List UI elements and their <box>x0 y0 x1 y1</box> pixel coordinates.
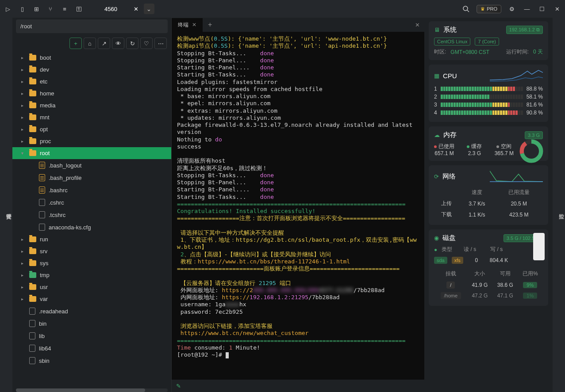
disk-icon: ◉ <box>434 235 439 241</box>
folder-icon <box>29 236 36 242</box>
file-icon <box>29 345 35 352</box>
file-panel: /root + ⌂ ↗ 👁 ↻ ♡ ⋯ ▸boot▸dev▸etc▸home▸m… <box>12 18 172 392</box>
folder-proc[interactable]: ▸proc <box>12 135 171 147</box>
folder-etc[interactable]: ▸etc <box>12 76 171 88</box>
file-.bashrc[interactable]: .bashrc <box>12 184 171 196</box>
terminal-tabs: 终端 ✕ + ✕ <box>172 18 424 32</box>
refresh-button[interactable]: ↻ <box>126 38 138 49</box>
folder-sys[interactable]: ▸sys <box>12 257 171 269</box>
file-.cshrc[interactable]: .cshrc <box>12 196 171 209</box>
net-sparkline <box>490 170 543 183</box>
folder-srv[interactable]: ▸srv <box>12 245 171 257</box>
server-tab[interactable]: 4560 ✕ <box>97 2 144 16</box>
crown-icon: ♛ <box>480 6 485 12</box>
file-.bash_profile[interactable]: .bash_profile <box>12 171 171 184</box>
cloud-icon: ☁ <box>434 132 440 138</box>
search-icon[interactable] <box>461 4 470 13</box>
folder-home[interactable]: ▸home <box>12 88 171 99</box>
terminal-panel: 终端 ✕ + ✕ 检测www节点(0.5S): {'name': '主节点', … <box>172 18 424 392</box>
folder-root[interactable]: ▾root <box>12 147 171 159</box>
folder-var[interactable]: ▸var <box>12 293 171 305</box>
file-toolbar: + ⌂ ↗ 👁 ↻ ♡ ⋯ <box>12 35 171 52</box>
wifi-icon: ⟳ <box>434 173 439 180</box>
settings-icon[interactable]: ⚙ <box>507 4 516 13</box>
folder-icon <box>29 138 36 144</box>
close-window-icon[interactable]: ✕ <box>553 4 561 13</box>
folder-icon <box>29 91 36 96</box>
close-all-icon[interactable]: ✕ <box>415 22 420 28</box>
memory-donut <box>519 139 544 164</box>
network-card: ⟳ 网络 速度已用流量 上传3.7 K/s20.5 M 下载1.1 K/s423… <box>429 165 548 225</box>
folder-icon <box>29 114 36 120</box>
terminal-footer: ✎ <box>172 380 424 392</box>
cpu-sparkline <box>490 69 543 82</box>
key-icon[interactable]: ⚿ <box>74 4 83 13</box>
folder-run[interactable]: ▸run <box>12 233 171 245</box>
main: 文件管理 命令管理 历史命令 小易 /root + ⌂ ↗ 👁 ↻ ♡ ⋯ ▸b… <box>0 18 565 392</box>
branch-icon[interactable]: ⑂ <box>46 4 55 13</box>
mount-table: 挂载大小可用已用% /41.9 G38.6 G9% /home47.2 G47.… <box>434 267 543 301</box>
folder-.readahead[interactable]: .readahead <box>12 305 171 317</box>
tab-dropdown[interactable]: ⌄ <box>144 4 154 14</box>
folder-icon <box>29 260 36 266</box>
cpu-core-4: 490.8 % <box>434 110 543 116</box>
grid-icon[interactable]: ⊞ <box>32 4 41 13</box>
folder-mnt[interactable]: ▸mnt <box>12 111 171 123</box>
file-icon <box>29 308 35 315</box>
h-scrollbar[interactable] <box>16 388 168 392</box>
folder-media[interactable]: ▸media <box>12 99 171 111</box>
folder-lib[interactable]: lib <box>12 330 171 342</box>
folder-tmp[interactable]: ▸tmp <box>12 269 171 281</box>
bookmark-icon[interactable]: ▯ <box>18 4 27 13</box>
file-icon <box>39 211 45 218</box>
memory-card: ☁ 内存 3.3 G 已使用657.1 M 缓存2.3 G 空闲365.7 M <box>429 126 548 161</box>
close-icon[interactable]: ✕ <box>134 6 138 12</box>
new-button[interactable]: + <box>69 38 82 49</box>
path-bar[interactable]: /root <box>16 19 168 33</box>
monitor-panel: 🖥 系统 192.168.1.2 ⧉ CentOS Linux7 (Core) … <box>424 18 553 392</box>
file-icon <box>29 357 35 364</box>
file-icon <box>39 162 45 169</box>
terminal-output[interactable]: 检测www节点(0.5S): {'name': '主节点', 'url': 'w… <box>172 32 424 380</box>
folder-icon <box>29 103 36 108</box>
folder-icon <box>29 126 36 132</box>
folder-icon <box>29 67 36 72</box>
disk-gauge <box>533 233 545 260</box>
file-.bash_logout[interactable]: .bash_logout <box>12 159 171 171</box>
folder-boot[interactable]: ▸boot <box>12 52 171 64</box>
file-.tcshrc[interactable]: .tcshrc <box>12 209 171 221</box>
pro-badge[interactable]: ♛PRO <box>477 5 501 13</box>
list-icon[interactable]: ≡ <box>60 4 69 13</box>
tab-title: 4560 <box>104 6 117 12</box>
minimize-icon[interactable]: — <box>523 4 531 13</box>
file-tree: ▸boot▸dev▸etc▸home▸media▸mnt▸opt▸proc▾ro… <box>12 52 171 388</box>
file-anaconda-ks.cfg[interactable]: anaconda-ks.cfg <box>12 221 171 233</box>
disk-card: ◉ 磁盘 3.5 G / 102.5 G ● 类型 读 / s 写 / s sd… <box>429 229 548 306</box>
add-tab-button[interactable]: + <box>203 21 217 29</box>
file-icon <box>29 332 35 339</box>
folder-bin[interactable]: bin <box>12 317 171 330</box>
folder-icon <box>29 55 36 61</box>
maximize-icon[interactable]: ☐ <box>538 4 546 13</box>
home-button[interactable]: ⌂ <box>84 38 96 49</box>
folder-lib64[interactable]: lib64 <box>12 342 171 354</box>
prompt-icon[interactable]: ✎ <box>176 383 181 389</box>
favorite-button[interactable]: ♡ <box>140 38 153 49</box>
run-icon[interactable]: ▷ <box>4 4 12 13</box>
expand-button[interactable]: ↗ <box>98 38 110 49</box>
folder-opt[interactable]: ▸opt <box>12 123 171 135</box>
svg-point-0 <box>463 6 468 11</box>
folder-dev[interactable]: ▸dev <box>12 64 171 76</box>
terminal-tab[interactable]: 终端 ✕ <box>172 18 203 32</box>
ip-badge[interactable]: 192.168.1.2 ⧉ <box>506 26 543 34</box>
svg-line-1 <box>467 10 469 12</box>
topbar-right: ♛PRO ⚙ — ☐ ✕ <box>461 4 561 13</box>
more-button[interactable]: ⋯ <box>154 38 167 49</box>
file-icon <box>39 199 45 206</box>
right-rail: 监控 共连管理 上传列表 下载列表 ▷ ≡ ↻ ⋮≡ ⚙ <box>553 18 565 392</box>
folder-sbin[interactable]: sbin <box>12 354 171 367</box>
hidden-button[interactable]: 👁 <box>112 38 124 49</box>
close-icon[interactable]: ✕ <box>192 22 196 28</box>
cpu-icon: ▦ <box>434 72 439 79</box>
folder-usr[interactable]: ▸usr <box>12 281 171 293</box>
